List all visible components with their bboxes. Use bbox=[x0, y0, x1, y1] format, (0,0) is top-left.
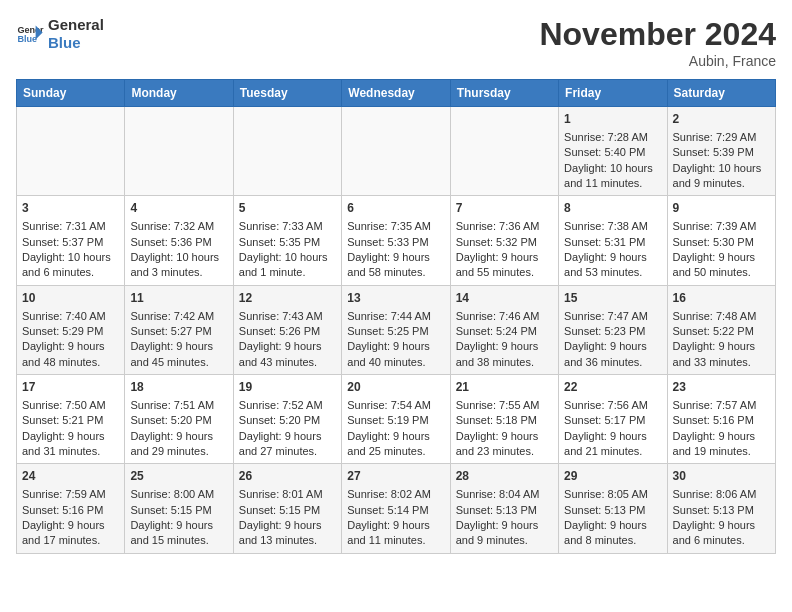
calendar-cell: 1Sunrise: 7:28 AMSunset: 5:40 PMDaylight… bbox=[559, 107, 667, 196]
day-info: Sunset: 5:20 PM bbox=[239, 413, 336, 428]
day-number: 28 bbox=[456, 468, 553, 485]
header-day-monday: Monday bbox=[125, 80, 233, 107]
day-info: Sunset: 5:22 PM bbox=[673, 324, 770, 339]
calendar-cell: 21Sunrise: 7:55 AMSunset: 5:18 PMDayligh… bbox=[450, 375, 558, 464]
day-info: Sunset: 5:17 PM bbox=[564, 413, 661, 428]
day-number: 18 bbox=[130, 379, 227, 396]
day-info: Daylight: 9 hours and 36 minutes. bbox=[564, 339, 661, 370]
calendar-cell: 7Sunrise: 7:36 AMSunset: 5:32 PMDaylight… bbox=[450, 196, 558, 285]
header-day-tuesday: Tuesday bbox=[233, 80, 341, 107]
day-info: Sunrise: 7:35 AM bbox=[347, 219, 444, 234]
day-info: Sunrise: 7:40 AM bbox=[22, 309, 119, 324]
calendar-cell: 2Sunrise: 7:29 AMSunset: 5:39 PMDaylight… bbox=[667, 107, 775, 196]
day-info: Sunrise: 7:36 AM bbox=[456, 219, 553, 234]
day-info: Sunset: 5:30 PM bbox=[673, 235, 770, 250]
calendar-cell: 11Sunrise: 7:42 AMSunset: 5:27 PMDayligh… bbox=[125, 285, 233, 374]
day-info: Sunset: 5:16 PM bbox=[22, 503, 119, 518]
header-day-friday: Friday bbox=[559, 80, 667, 107]
calendar-cell: 9Sunrise: 7:39 AMSunset: 5:30 PMDaylight… bbox=[667, 196, 775, 285]
day-number: 3 bbox=[22, 200, 119, 217]
day-info: Sunset: 5:36 PM bbox=[130, 235, 227, 250]
day-info: Sunset: 5:35 PM bbox=[239, 235, 336, 250]
calendar-cell: 20Sunrise: 7:54 AMSunset: 5:19 PMDayligh… bbox=[342, 375, 450, 464]
day-number: 11 bbox=[130, 290, 227, 307]
svg-text:Blue: Blue bbox=[17, 34, 37, 44]
calendar-cell: 10Sunrise: 7:40 AMSunset: 5:29 PMDayligh… bbox=[17, 285, 125, 374]
logo: General Blue General Blue bbox=[16, 16, 104, 52]
calendar-cell: 8Sunrise: 7:38 AMSunset: 5:31 PMDaylight… bbox=[559, 196, 667, 285]
day-number: 2 bbox=[673, 111, 770, 128]
day-info: Daylight: 10 hours and 3 minutes. bbox=[130, 250, 227, 281]
day-info: Sunrise: 7:38 AM bbox=[564, 219, 661, 234]
day-info: Sunset: 5:21 PM bbox=[22, 413, 119, 428]
day-info: Sunset: 5:27 PM bbox=[130, 324, 227, 339]
day-info: Sunrise: 7:33 AM bbox=[239, 219, 336, 234]
day-info: Sunrise: 7:28 AM bbox=[564, 130, 661, 145]
day-info: Sunset: 5:20 PM bbox=[130, 413, 227, 428]
calendar-cell: 28Sunrise: 8:04 AMSunset: 5:13 PMDayligh… bbox=[450, 464, 558, 553]
day-info: Daylight: 9 hours and 48 minutes. bbox=[22, 339, 119, 370]
calendar-cell bbox=[450, 107, 558, 196]
calendar-cell: 13Sunrise: 7:44 AMSunset: 5:25 PMDayligh… bbox=[342, 285, 450, 374]
day-info: Sunset: 5:13 PM bbox=[456, 503, 553, 518]
calendar-cell: 16Sunrise: 7:48 AMSunset: 5:22 PMDayligh… bbox=[667, 285, 775, 374]
page-header: General Blue General Blue November 2024 … bbox=[16, 16, 776, 69]
day-info: Daylight: 9 hours and 25 minutes. bbox=[347, 429, 444, 460]
calendar-cell: 3Sunrise: 7:31 AMSunset: 5:37 PMDaylight… bbox=[17, 196, 125, 285]
day-number: 22 bbox=[564, 379, 661, 396]
title-block: November 2024 Aubin, France bbox=[539, 16, 776, 69]
logo-icon: General Blue bbox=[16, 20, 44, 48]
day-number: 10 bbox=[22, 290, 119, 307]
day-number: 9 bbox=[673, 200, 770, 217]
day-info: Sunrise: 8:00 AM bbox=[130, 487, 227, 502]
day-info: Sunset: 5:33 PM bbox=[347, 235, 444, 250]
day-info: Sunrise: 8:06 AM bbox=[673, 487, 770, 502]
day-number: 8 bbox=[564, 200, 661, 217]
day-info: Sunrise: 8:05 AM bbox=[564, 487, 661, 502]
calendar-cell bbox=[342, 107, 450, 196]
day-info: Sunrise: 7:43 AM bbox=[239, 309, 336, 324]
day-info: Sunrise: 8:04 AM bbox=[456, 487, 553, 502]
day-info: Sunrise: 7:54 AM bbox=[347, 398, 444, 413]
calendar-cell: 17Sunrise: 7:50 AMSunset: 5:21 PMDayligh… bbox=[17, 375, 125, 464]
day-number: 1 bbox=[564, 111, 661, 128]
day-number: 12 bbox=[239, 290, 336, 307]
day-info: Sunrise: 7:44 AM bbox=[347, 309, 444, 324]
calendar-cell: 29Sunrise: 8:05 AMSunset: 5:13 PMDayligh… bbox=[559, 464, 667, 553]
day-info: Daylight: 9 hours and 27 minutes. bbox=[239, 429, 336, 460]
calendar-cell: 6Sunrise: 7:35 AMSunset: 5:33 PMDaylight… bbox=[342, 196, 450, 285]
day-info: Sunrise: 7:42 AM bbox=[130, 309, 227, 324]
day-info: Daylight: 9 hours and 29 minutes. bbox=[130, 429, 227, 460]
day-info: Sunset: 5:23 PM bbox=[564, 324, 661, 339]
week-row-1: 1Sunrise: 7:28 AMSunset: 5:40 PMDaylight… bbox=[17, 107, 776, 196]
header-row: SundayMondayTuesdayWednesdayThursdayFrid… bbox=[17, 80, 776, 107]
calendar-header: SundayMondayTuesdayWednesdayThursdayFrid… bbox=[17, 80, 776, 107]
day-info: Sunrise: 7:56 AM bbox=[564, 398, 661, 413]
day-number: 13 bbox=[347, 290, 444, 307]
day-info: Sunrise: 7:51 AM bbox=[130, 398, 227, 413]
location: Aubin, France bbox=[539, 53, 776, 69]
day-info: Daylight: 9 hours and 58 minutes. bbox=[347, 250, 444, 281]
day-number: 14 bbox=[456, 290, 553, 307]
day-number: 16 bbox=[673, 290, 770, 307]
day-number: 30 bbox=[673, 468, 770, 485]
day-info: Daylight: 9 hours and 50 minutes. bbox=[673, 250, 770, 281]
week-row-2: 3Sunrise: 7:31 AMSunset: 5:37 PMDaylight… bbox=[17, 196, 776, 285]
day-info: Sunset: 5:24 PM bbox=[456, 324, 553, 339]
day-info: Daylight: 9 hours and 6 minutes. bbox=[673, 518, 770, 549]
day-number: 4 bbox=[130, 200, 227, 217]
day-info: Sunrise: 7:48 AM bbox=[673, 309, 770, 324]
day-info: Daylight: 9 hours and 9 minutes. bbox=[456, 518, 553, 549]
day-info: Sunrise: 8:02 AM bbox=[347, 487, 444, 502]
day-number: 25 bbox=[130, 468, 227, 485]
day-info: Sunset: 5:31 PM bbox=[564, 235, 661, 250]
day-info: Daylight: 9 hours and 53 minutes. bbox=[564, 250, 661, 281]
calendar-cell: 4Sunrise: 7:32 AMSunset: 5:36 PMDaylight… bbox=[125, 196, 233, 285]
day-info: Sunset: 5:16 PM bbox=[673, 413, 770, 428]
day-info: Daylight: 9 hours and 43 minutes. bbox=[239, 339, 336, 370]
day-info: Sunrise: 7:46 AM bbox=[456, 309, 553, 324]
day-info: Daylight: 9 hours and 55 minutes. bbox=[456, 250, 553, 281]
calendar-cell: 30Sunrise: 8:06 AMSunset: 5:13 PMDayligh… bbox=[667, 464, 775, 553]
calendar-cell: 27Sunrise: 8:02 AMSunset: 5:14 PMDayligh… bbox=[342, 464, 450, 553]
week-row-4: 17Sunrise: 7:50 AMSunset: 5:21 PMDayligh… bbox=[17, 375, 776, 464]
